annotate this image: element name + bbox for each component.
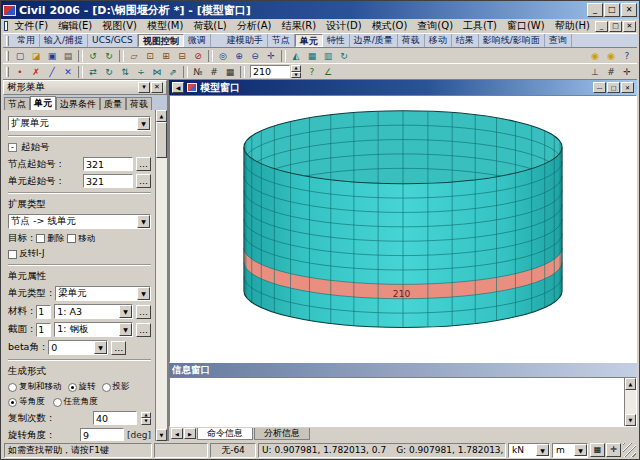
menu-item-0[interactable]: 文件(F) xyxy=(10,19,54,33)
unselect-all-icon[interactable]: ⊘ xyxy=(190,49,206,63)
chevron-down-icon[interactable] xyxy=(94,341,107,354)
spin-down-icon[interactable] xyxy=(291,72,301,79)
snap-icon[interactable]: ✛ xyxy=(619,65,635,79)
chevron-down-icon[interactable] xyxy=(536,444,549,456)
ptab-3[interactable]: 质量 xyxy=(100,97,126,110)
mdi-close-button[interactable]: ✕ xyxy=(623,21,636,32)
panel-scrollbar[interactable] xyxy=(155,110,167,441)
extrude-element-icon[interactable]: ⇗ xyxy=(165,65,181,79)
chevron-down-icon[interactable] xyxy=(137,287,150,300)
model-view[interactable]: 210 xyxy=(169,95,637,363)
minimize-button[interactable]: _ xyxy=(587,3,603,17)
divide-element-icon[interactable]: ÷ xyxy=(133,65,149,79)
open-file-icon[interactable]: ◪ xyxy=(28,49,44,63)
extrude-type-select[interactable]: 节点 -> 线单元 xyxy=(8,214,151,229)
rotate-radio[interactable] xyxy=(68,383,77,392)
model-close-button[interactable]: ✕ xyxy=(621,82,634,93)
delete-element-icon[interactable]: ✕ xyxy=(60,65,76,79)
help-icon[interactable]: ? xyxy=(619,49,635,63)
rotate-view-icon[interactable]: ↻ xyxy=(336,49,352,63)
scroll-down-icon[interactable] xyxy=(625,414,636,426)
move-source-checkbox[interactable] xyxy=(67,234,76,243)
measure-angle-icon[interactable]: ∠ xyxy=(320,65,336,79)
scroll-up-icon[interactable] xyxy=(625,378,636,390)
lock-icon[interactable]: ◉ xyxy=(603,49,619,63)
model-window-caption[interactable]: ◀ 模型窗口 —□✕ xyxy=(169,80,637,95)
grid-toggle-icon[interactable]: ▦ xyxy=(590,443,605,457)
beta-angle-browse-button[interactable] xyxy=(111,341,126,355)
pan-icon[interactable]: ✛ xyxy=(263,49,279,63)
itab-0[interactable]: 命令信息 xyxy=(197,428,253,440)
tab-scroll-right-button[interactable]: ▶ xyxy=(184,428,196,439)
new-file-icon[interactable]: ▢ xyxy=(12,49,28,63)
node-number-icon[interactable]: № xyxy=(190,65,206,79)
toolbar-grip[interactable] xyxy=(6,67,9,77)
element-start-browse-button[interactable] xyxy=(136,174,151,188)
menu-item-8[interactable]: 模式(O) xyxy=(367,19,413,33)
resize-grip[interactable] xyxy=(623,443,636,457)
itab-1[interactable]: 分析信息 xyxy=(254,428,310,440)
rotation-angle-input[interactable] xyxy=(80,428,124,441)
merge-element-icon[interactable]: ⋈ xyxy=(149,65,165,79)
front-view-icon[interactable]: ▥ xyxy=(320,49,336,63)
panel-menu-icon[interactable]: ▾ xyxy=(138,82,150,93)
node-start-input[interactable] xyxy=(83,157,133,171)
node-start-browse-button[interactable] xyxy=(136,157,151,171)
iso-view-icon[interactable]: ◭ xyxy=(288,49,304,63)
project-radio[interactable] xyxy=(102,383,111,392)
snap-toggle-icon[interactable]: ✛ xyxy=(606,443,621,457)
menu-item-9[interactable]: 查询(Q) xyxy=(412,19,458,33)
function-select[interactable]: 扩展单元 xyxy=(8,116,151,131)
chevron-down-icon[interactable] xyxy=(119,323,132,336)
menu-item-12[interactable]: 帮助(H) xyxy=(550,19,595,33)
reverse-ij-checkbox[interactable] xyxy=(8,250,17,259)
copy-count-input[interactable] xyxy=(93,411,137,425)
menu-item-11[interactable]: 窗口(W) xyxy=(502,19,550,33)
element-type-select[interactable]: 梁单元 xyxy=(55,286,151,301)
scroll-up-icon[interactable] xyxy=(156,110,167,122)
mirror-icon[interactable]: ⇅ xyxy=(117,65,133,79)
ptab-4[interactable]: 荷载 xyxy=(126,97,152,110)
query-node-icon[interactable]: ? xyxy=(304,65,320,79)
element-start-input[interactable] xyxy=(83,174,133,188)
menu-item-1[interactable]: 编辑(E) xyxy=(53,19,97,33)
tool-tab-2[interactable]: UCS/GCS xyxy=(88,34,138,47)
info-window-caption[interactable]: 信息窗口 xyxy=(169,363,637,377)
menu-item-2[interactable]: 视图(V) xyxy=(97,19,142,33)
menu-item-10[interactable]: 工具(T) xyxy=(458,19,502,33)
toolbar-grip[interactable] xyxy=(6,51,9,61)
mdi-minimize-button[interactable]: _ xyxy=(595,21,608,32)
tool-tab-8[interactable]: 影响线/影响面 xyxy=(479,34,545,47)
zoom-out-icon[interactable]: ⊖ xyxy=(247,49,263,63)
top-view-icon[interactable]: ▦ xyxy=(304,49,320,63)
rotate-copy-icon[interactable]: ↻ xyxy=(101,65,117,79)
close-button[interactable]: ✕ xyxy=(621,3,637,17)
zoom-in-icon[interactable]: ⊕ xyxy=(231,49,247,63)
material-number-input[interactable] xyxy=(36,305,51,319)
model-3d-view[interactable]: 210 xyxy=(170,96,636,362)
zoom-fit-icon[interactable]: ◎ xyxy=(215,49,231,63)
material-select[interactable]: 1: A3 xyxy=(54,304,133,319)
create-node-icon[interactable]: • xyxy=(12,65,28,79)
chevron-down-icon[interactable] xyxy=(137,117,150,130)
tool-tab-4[interactable]: 边界/质量 xyxy=(350,34,398,47)
chevron-down-icon[interactable] xyxy=(137,215,150,228)
tool-tab-0[interactable]: 常用 xyxy=(13,34,40,47)
tool-tab-1[interactable]: 输入/捕捉 xyxy=(40,34,88,47)
delete-source-checkbox[interactable] xyxy=(36,234,45,243)
tool-tab-9[interactable]: 查询 xyxy=(545,34,572,47)
tool-tab-7[interactable]: 结果 xyxy=(452,34,479,47)
select-all-icon[interactable]: ⊞ xyxy=(158,49,174,63)
tool-tab-3[interactable]: 视图控制 xyxy=(138,34,184,47)
model-minimize-button[interactable]: — xyxy=(593,82,606,93)
collapse-icon[interactable] xyxy=(8,143,17,152)
force-unit-select[interactable]: kN xyxy=(508,443,550,458)
model-restore-button[interactable]: □ xyxy=(607,82,620,93)
collapse-arrow-icon[interactable]: ◀ xyxy=(172,82,184,93)
menu-item-4[interactable]: 荷载(L) xyxy=(188,19,231,33)
beta-angle-select[interactable]: 0 xyxy=(48,340,108,355)
chevron-down-icon[interactable] xyxy=(119,305,132,318)
any-angle-radio[interactable] xyxy=(53,398,62,407)
spin-down-icon[interactable] xyxy=(141,418,151,425)
panel-close-icon[interactable]: ✕ xyxy=(151,82,163,93)
